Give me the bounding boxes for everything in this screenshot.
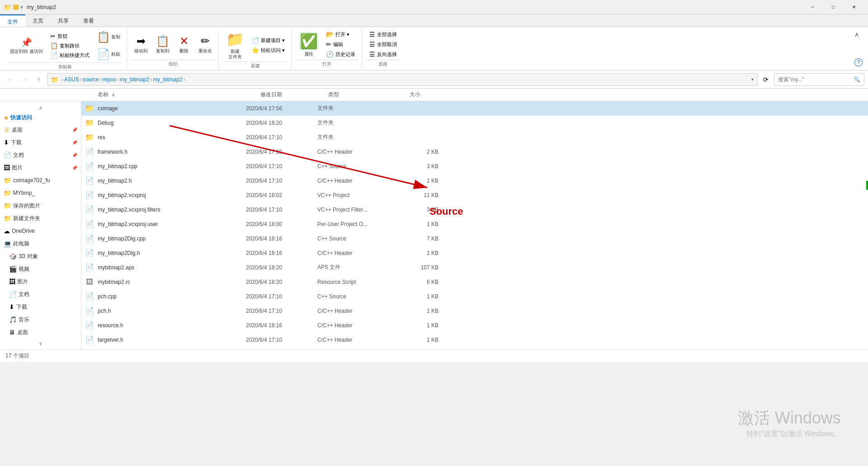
pin-quick-access-button[interactable]: 📌 固定到快 速访问 (7, 35, 46, 56)
deselect-all-icon: ☰ (369, 41, 375, 48)
file-row[interactable]: 📄 my_bitmap2.vcxproj.user 2020/6/4 18:00… (81, 217, 868, 231)
copy-button[interactable]: 📋 复制 (94, 29, 123, 45)
properties-button[interactable]: ✅ 属性 (296, 30, 321, 59)
tab-file[interactable]: 文件 (0, 14, 25, 27)
refresh-button[interactable]: ⟳ (760, 73, 772, 86)
new-item-button[interactable]: 📄 新建项目 ▾ (249, 36, 288, 45)
rename-button[interactable]: ✏ 重命名 (196, 33, 215, 56)
tab-view[interactable]: 查看 (76, 14, 101, 27)
open-button[interactable]: 📂 打开 ▾ (323, 30, 358, 39)
sidebar-item-cximage[interactable]: 📁 cximage702_fu (0, 174, 81, 187)
sidebar-item-this-pc[interactable]: 💻 此电脑 (0, 237, 81, 250)
paste-shortcut-button[interactable]: 📄 粘贴快捷方式 (47, 51, 92, 60)
sidebar-item-videos[interactable]: 🎬 视频 (0, 263, 81, 275)
history-button[interactable]: 🕐 历史记录 (323, 50, 358, 59)
sidebar-item-mybmp[interactable]: 📁 MYbmp_ (0, 187, 81, 199)
tab-home[interactable]: 主页 (25, 14, 51, 27)
sidebar-item-desktop-1[interactable]: 🖥 桌面 📌 (0, 123, 81, 136)
file-row[interactable]: 📄 pch.cpp 2020/6/4 17:10 C++ Source 1 KB (81, 289, 868, 304)
path-part-repos[interactable]: repos (103, 76, 116, 83)
file-row[interactable]: 📁 res 2020/6/4 17:10 文件夹 (81, 130, 868, 145)
file-icon: 📄 (85, 147, 94, 156)
minimize-button[interactable]: ─ (802, 0, 823, 14)
sidebar-item-pictures-1[interactable]: 🖼 图片 📌 (0, 161, 81, 174)
help-button[interactable]: ? (854, 58, 863, 66)
up-button[interactable]: ↑ (33, 73, 45, 86)
path-part-mybitmap2-1[interactable]: my_bitmap2 (120, 76, 149, 83)
cut-button[interactable]: ✂ 剪切 (47, 32, 92, 41)
tab-share[interactable]: 共享 (51, 14, 76, 27)
file-row[interactable]: 🖼 mybitmap2.rc 2020/6/4 18:20 Resource S… (81, 275, 868, 289)
sidebar-item-desktop-2[interactable]: 🖥 桌面 (0, 326, 81, 339)
file-row[interactable]: 📄 targetver.h 2020/6/4 17:10 C/C++ Heade… (81, 333, 868, 347)
path-part-source[interactable]: source (83, 76, 99, 83)
file-icon: 📄 (85, 249, 94, 257)
edit-button[interactable]: ✏ 编辑 (323, 40, 358, 49)
file-row[interactable]: 📄 my_bitmap2Dlg.cpp 2020/6/4 18:16 C++ S… (81, 231, 868, 246)
col-header-date[interactable]: 修改日期 (257, 91, 325, 99)
sidebar-item-documents-1[interactable]: 📄 文档 📌 (0, 149, 81, 161)
forward-button[interactable]: → (18, 73, 31, 86)
file-row[interactable]: 📄 my_bitmap2.cpp 2020/6/4 17:10 C++ Sour… (81, 159, 868, 174)
back-button[interactable]: ← (4, 73, 16, 86)
file-row[interactable]: 📄 framework.h 2020/6/4 17:10 C/C++ Heade… (81, 145, 868, 159)
ribbon-collapse-button[interactable]: ∧ (854, 31, 863, 38)
file-icon: 📄 (85, 335, 94, 344)
file-row[interactable]: 📄 my_bitmap2.vcxproj 2020/6/4 18:02 VC++… (81, 188, 868, 202)
file-row[interactable]: 📄 resource.h 2020/6/4 18:16 C/C++ Header… (81, 318, 868, 333)
file-row[interactable]: 📄 my_bitmap2.vcxproj.filters 2020/6/4 17… (81, 202, 868, 217)
pictures-icon: 🖼 (4, 164, 10, 171)
copy-to-button[interactable]: 📋 复制到 (153, 33, 172, 56)
sidebar-item-saved-pictures[interactable]: 📁 保存的图片 (0, 199, 81, 212)
sidebar-item-new-folder[interactable]: 📁 新建文件夹 (0, 212, 81, 225)
close-button[interactable]: ✕ (844, 0, 864, 14)
this-pc-icon: 💻 (4, 240, 11, 247)
sidebar-scroll-down[interactable]: ∨ (0, 339, 81, 348)
organize-label: 组织 (132, 60, 215, 68)
sidebar-item-music[interactable]: 🎵 音乐 (0, 313, 81, 326)
address-dropdown[interactable]: ▾ (751, 77, 754, 82)
delete-button[interactable]: ✕ 删除 (175, 33, 193, 56)
open-label: 打开 (296, 60, 358, 68)
select-all-button[interactable]: ☰ 全部选择 (367, 30, 400, 39)
sidebar-item-pictures-2[interactable]: 🖼 图片 (0, 275, 81, 288)
sidebar-item-downloads-2[interactable]: ⬇ 下载 (0, 301, 81, 313)
sidebar-item-3d[interactable]: 🎲 3D 对象 (0, 250, 81, 263)
sidebar-scroll-up[interactable]: ∧ (0, 103, 81, 112)
file-date: 2020/6/4 17:10 (246, 207, 314, 213)
address-path[interactable]: 📁 › ASUS › source › repos › my_bitmap2 ›… (47, 73, 758, 86)
easy-access-button[interactable]: ⭐ 轻松访问 ▾ (249, 46, 288, 55)
path-part-mybitmap2-2[interactable]: my_bitmap2 (153, 76, 182, 83)
sidebar-item-download-1[interactable]: ⬇ 下载 📌 (0, 136, 81, 149)
path-part-asus[interactable]: ASUS (64, 76, 79, 83)
move-to-button[interactable]: ➡ 移动到 (132, 33, 151, 56)
col-header-size[interactable]: 大小 (406, 91, 442, 99)
title-bar: 📁 ▾ my_bitmap2 ─ □ ✕ (0, 0, 868, 14)
search-box[interactable]: 🔍 (774, 73, 864, 86)
paste-button[interactable]: 📄 粘贴 (94, 46, 123, 62)
file-size: 1 KB (402, 293, 439, 300)
file-row[interactable]: 📁 cximage 2020/6/4 17:56 文件夹 (81, 101, 868, 116)
copy-path-icon: 📋 (50, 42, 58, 49)
sidebar-item-documents-2[interactable]: 📄 文档 (0, 288, 81, 301)
file-row[interactable]: 📄 pch.h 2020/6/4 17:10 C/C++ Header 1 KB (81, 304, 868, 318)
file-type: C++ Source (317, 163, 399, 169)
deselect-all-button[interactable]: ☰ 全部取消 (367, 40, 400, 49)
invert-selection-button[interactable]: ☰ 反向选择 (367, 50, 400, 59)
new-folder-button[interactable]: 📁 新建文件夹 (223, 29, 247, 61)
file-row[interactable]: 📄 my_bitmap2Dlg.h 2020/6/4 18:16 C/C++ H… (81, 246, 868, 260)
path-folder-icon: 📁 (51, 76, 59, 83)
col-header-type[interactable]: 类型 (325, 91, 406, 99)
file-row[interactable]: 📄 mybitmap2.aps 2020/6/4 18:20 APS 文件 10… (81, 260, 868, 275)
sidebar-item-onedrive[interactable]: ☁ OneDrive (0, 225, 81, 237)
maximize-button[interactable]: □ (823, 0, 844, 14)
file-row[interactable]: 📄 my_bitmap2.h 2020/6/4 17:10 C/C++ Head… (81, 174, 868, 188)
file-row[interactable]: 📁 Debug 2020/6/4 18:20 文件夹 (81, 116, 868, 130)
sidebar-section-quick-access[interactable]: ★ 快速访问 (0, 112, 81, 123)
col-header-name[interactable]: 名称 ∧ (94, 91, 257, 99)
file-name: pch.cpp (98, 293, 242, 300)
file-date: 2020/6/4 17:56 (246, 105, 314, 112)
search-input[interactable] (778, 76, 852, 83)
file-icon: 📄 (85, 234, 94, 243)
copy-path-button[interactable]: 📋 复制路径 (47, 41, 92, 50)
